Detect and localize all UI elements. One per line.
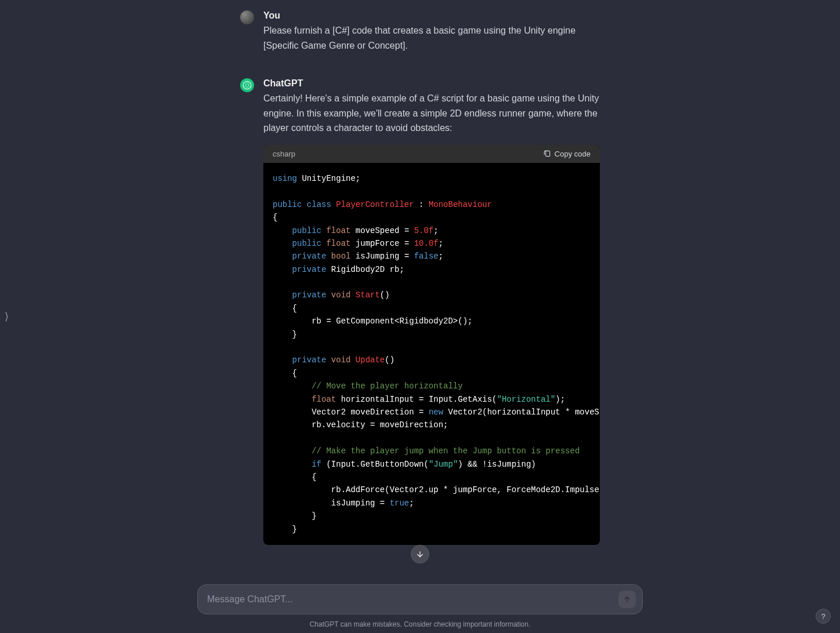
code-block: csharp Copy code using UnityEngine; publ… [263, 145, 600, 545]
code-content[interactable]: using UnityEngine; public class PlayerCo… [263, 163, 600, 545]
code-token: false [414, 252, 439, 261]
user-message-content: You Please furnish a [C#] code that crea… [263, 10, 600, 53]
code-token: Vector2(horizontalInput * moveSpeed [448, 408, 600, 417]
code-token: "Jump" [429, 460, 458, 469]
code-token: : [419, 200, 423, 209]
code-token: jumpForce [356, 239, 400, 248]
code-token: Vector2 [312, 408, 346, 417]
code-token: (Input.GetButtonDown( [326, 460, 428, 469]
copy-code-label: Copy code [555, 150, 591, 158]
user-name: You [263, 10, 600, 21]
sidebar-toggle-icon[interactable]: ⟩ [5, 310, 9, 323]
code-token: bool [331, 252, 351, 261]
code-token: using [273, 174, 297, 183]
code-token: private [292, 265, 327, 274]
code-token: = [404, 226, 409, 235]
code-token: = [404, 239, 409, 248]
arrow-down-icon [415, 550, 425, 559]
code-token: public [292, 226, 321, 235]
assistant-name: ChatGPT [263, 78, 600, 89]
assistant-message-content: ChatGPT Certainly! Here's a simple examp… [263, 78, 600, 545]
code-token: rb [390, 265, 400, 274]
scroll-to-bottom-button[interactable] [411, 545, 429, 563]
code-token: UnityEngine [302, 174, 355, 183]
code-token: public [273, 200, 302, 209]
assistant-intro-text: Certainly! Here's a simple example of a … [263, 91, 600, 136]
code-token: moveSpeed [356, 226, 400, 235]
chat-container: You Please furnish a [C#] code that crea… [234, 0, 606, 580]
message-input[interactable] [197, 584, 643, 614]
code-token: horizontalInput [341, 395, 414, 404]
chatgpt-logo-icon [242, 80, 252, 90]
code-token: void [331, 355, 351, 365]
code-token: public [292, 239, 321, 248]
code-token: { [312, 472, 316, 482]
code-token: rb = GetComponent<Rigidbody2D>(); [312, 316, 472, 326]
code-token: ; [399, 265, 404, 274]
code-token: true [390, 499, 410, 508]
code-token: 10.0f [414, 239, 439, 248]
code-token: = [404, 252, 409, 261]
code-token: private [292, 355, 327, 365]
code-token: Input.GetAxis( [429, 395, 497, 404]
user-message-text: Please furnish a [C#] code that creates … [263, 23, 600, 53]
code-token: new [429, 408, 443, 417]
code-token: "Horizontal" [497, 395, 556, 404]
code-token: Update [356, 355, 385, 365]
code-token: { [292, 369, 297, 378]
code-token: { [273, 213, 277, 222]
code-token: float [326, 226, 350, 235]
code-token: private [292, 290, 327, 300]
copy-code-button[interactable]: Copy code [543, 150, 591, 158]
help-button[interactable]: ? [816, 609, 831, 624]
code-token: // Move the player horizontally [312, 381, 462, 391]
code-token: = [419, 395, 423, 404]
assistant-message: ChatGPT Certainly! Here's a simple examp… [240, 74, 600, 550]
code-token: private [292, 252, 327, 261]
code-header: csharp Copy code [263, 145, 600, 163]
code-token: ; [356, 174, 360, 183]
code-token: Start [356, 290, 380, 300]
input-area: ChatGPT can make mistakes. Consider chec… [0, 584, 840, 633]
assistant-avatar [240, 78, 254, 92]
code-language-label: csharp [273, 150, 295, 158]
code-token: rb.AddForce(Vector2.up * jumpForce, Forc… [331, 485, 600, 494]
user-message: You Please furnish a [C#] code that crea… [240, 6, 600, 57]
code-token: } [292, 330, 297, 339]
code-token: isJumping [356, 252, 400, 261]
code-token: = [419, 408, 423, 417]
code-token: { [292, 304, 297, 313]
code-token: float [312, 395, 336, 404]
code-token: ; [409, 499, 414, 508]
code-token: ; [439, 252, 443, 261]
code-token: class [307, 200, 331, 209]
code-token: moveDirection [350, 408, 414, 417]
code-token: } [312, 511, 316, 521]
code-token: ; [433, 226, 438, 235]
code-token: MonoBehaviour [429, 200, 492, 209]
input-wrapper [197, 584, 643, 614]
code-token: if [312, 460, 321, 469]
code-token: rb.velocity = moveDirection; [312, 420, 448, 430]
code-token: Rigidbody2D [331, 265, 385, 274]
svg-rect-1 [546, 151, 550, 157]
code-token: void [331, 290, 351, 300]
code-token: ) && !isJumping) [458, 460, 535, 469]
code-token: () [385, 355, 394, 365]
disclaimer-text: ChatGPT can make mistakes. Consider chec… [6, 620, 834, 628]
code-token: ; [439, 239, 443, 248]
code-token: // Make the player jump when the Jump bu… [312, 446, 580, 456]
user-avatar [240, 10, 254, 24]
code-token: isJumping = [331, 499, 385, 508]
code-token: ); [555, 395, 565, 404]
code-token: PlayerController [336, 200, 414, 209]
help-label: ? [821, 612, 825, 621]
code-token: } [292, 525, 297, 534]
arrow-up-icon [622, 595, 632, 604]
send-button[interactable] [618, 591, 636, 608]
code-token: float [326, 239, 350, 248]
clipboard-icon [543, 150, 551, 158]
code-token: 5.0f [414, 226, 434, 235]
code-token: () [380, 290, 390, 300]
